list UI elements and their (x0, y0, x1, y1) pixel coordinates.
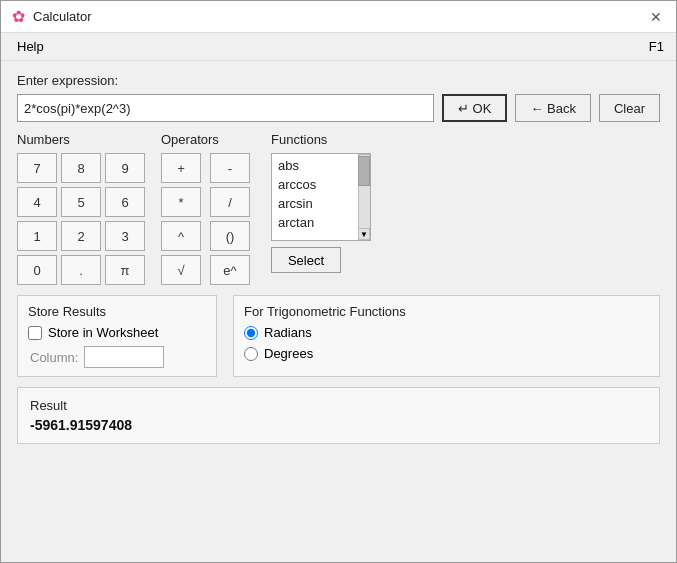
expression-controls: ↵ OK ← Back Clear (17, 94, 660, 122)
result-section: Result -5961.91597408 (17, 387, 660, 444)
content-area: Enter expression: ↵ OK ← Back Clear Numb… (1, 61, 676, 562)
clear-button[interactable]: Clear (599, 94, 660, 122)
numbers-title: Numbers (17, 132, 145, 147)
function-item-arctan[interactable]: arctan (272, 213, 370, 232)
menu-bar: Help F1 (1, 33, 676, 61)
expression-label: Enter expression: (17, 73, 660, 88)
numpad-key-4[interactable]: 4 (17, 187, 57, 217)
column-input[interactable] (84, 346, 164, 368)
ok-button[interactable]: ↵ OK (442, 94, 507, 122)
trig-section: For Trigonometric Functions Radians Degr… (233, 295, 660, 377)
numpad-key-2[interactable]: 2 (61, 221, 101, 251)
store-section: Store Results Store in Worksheet Column: (17, 295, 217, 377)
operators-title: Operators (161, 132, 255, 147)
numpad-key-7[interactable]: 7 (17, 153, 57, 183)
numpad-key-9[interactable]: 9 (105, 153, 145, 183)
numpad-key-1[interactable]: 1 (17, 221, 57, 251)
numpad-key-5[interactable]: 5 (61, 187, 101, 217)
degrees-label: Degrees (264, 346, 313, 361)
title-bar: ✿ Calculator ✕ (1, 1, 676, 33)
operator-key-+[interactable]: + (161, 153, 201, 183)
functions-section: Functions absarccosarcsinarctan ▲ ▼ Sele… (271, 132, 371, 285)
trig-title: For Trigonometric Functions (244, 304, 649, 319)
function-item-abs[interactable]: abs (272, 156, 370, 175)
radians-label: Radians (264, 325, 312, 340)
help-menu-item[interactable]: Help (13, 37, 48, 56)
function-item-arcsin[interactable]: arcsin (272, 194, 370, 213)
column-row: Column: (28, 346, 206, 368)
store-checkbox[interactable] (28, 326, 42, 340)
operator-key--[interactable]: - (210, 153, 250, 183)
app-icon: ✿ (9, 8, 27, 26)
functions-list: absarccosarcsinarctan (272, 154, 370, 240)
operator-key-^[interactable]: ^ (161, 221, 201, 251)
numpad-key-0[interactable]: 0 (17, 255, 57, 285)
title-bar-left: ✿ Calculator (9, 8, 92, 26)
radians-radio[interactable] (244, 326, 258, 340)
operator-key-()[interactable]: () (210, 221, 250, 251)
operator-key-/[interactable]: / (210, 187, 250, 217)
scroll-down-arrow[interactable]: ▼ (358, 228, 370, 240)
bottom-panels: Store Results Store in Worksheet Column:… (17, 295, 660, 377)
numbers-section: Numbers 7894561230.π (17, 132, 145, 285)
expression-input[interactable] (17, 94, 434, 122)
numpad: 7894561230.π (17, 153, 145, 285)
scrollbar-thumb[interactable] (358, 156, 370, 186)
window-title: Calculator (33, 9, 92, 24)
main-panels: Numbers 7894561230.π Operators +-*/^()√e… (17, 132, 660, 285)
select-button[interactable]: Select (271, 247, 341, 273)
scrollbar-track: ▲ ▼ (358, 154, 370, 240)
calculator-window: ✿ Calculator ✕ Help F1 Enter expression:… (0, 0, 677, 563)
functions-list-container: absarccosarcsinarctan ▲ ▼ (271, 153, 371, 241)
result-value: -5961.91597408 (30, 417, 647, 433)
numpad-key-3[interactable]: 3 (105, 221, 145, 251)
operator-key-*[interactable]: * (161, 187, 201, 217)
close-button[interactable]: ✕ (644, 5, 668, 29)
operator-key-√[interactable]: √ (161, 255, 201, 285)
operators-grid: +-*/^()√e^ (161, 153, 255, 285)
numpad-key-π[interactable]: π (105, 255, 145, 285)
f1-hint: F1 (649, 39, 664, 54)
store-checkbox-label: Store in Worksheet (48, 325, 158, 340)
degrees-row: Degrees (244, 346, 649, 361)
numpad-key-6[interactable]: 6 (105, 187, 145, 217)
column-label: Column: (30, 350, 78, 365)
operators-section: Operators +-*/^()√e^ (161, 132, 255, 285)
degrees-radio[interactable] (244, 347, 258, 361)
expression-row: Enter expression: ↵ OK ← Back Clear (17, 73, 660, 122)
numpad-key-.[interactable]: . (61, 255, 101, 285)
store-checkbox-row: Store in Worksheet (28, 325, 206, 340)
back-button[interactable]: ← Back (515, 94, 591, 122)
result-label: Result (30, 398, 647, 413)
function-item-arccos[interactable]: arccos (272, 175, 370, 194)
functions-title: Functions (271, 132, 371, 147)
operator-key-e^[interactable]: e^ (210, 255, 250, 285)
numpad-key-8[interactable]: 8 (61, 153, 101, 183)
radians-row: Radians (244, 325, 649, 340)
store-title: Store Results (28, 304, 206, 319)
